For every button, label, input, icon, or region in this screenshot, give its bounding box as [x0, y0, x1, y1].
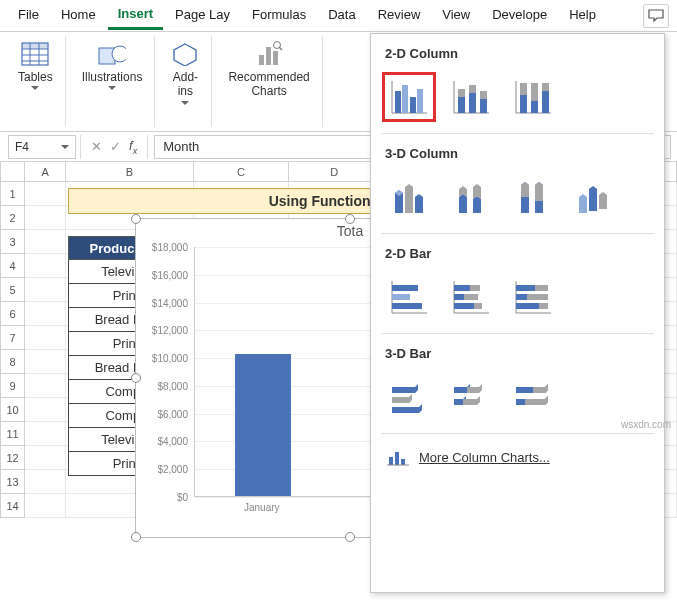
tab-file[interactable]: File	[8, 3, 49, 28]
tab-help[interactable]: Help	[559, 3, 606, 28]
svg-rect-88	[527, 294, 548, 300]
3d-column-option[interactable]	[573, 177, 617, 217]
clustered-column-option[interactable]	[387, 77, 431, 117]
resize-handle[interactable]	[131, 532, 141, 542]
row-header[interactable]: 2	[0, 206, 25, 230]
illustrations-button[interactable]: Illustrations	[78, 38, 147, 92]
column-chart-icon	[387, 448, 409, 466]
resize-handle[interactable]	[131, 214, 141, 224]
cell[interactable]	[25, 494, 66, 518]
tab-data[interactable]: Data	[318, 3, 365, 28]
cell[interactable]	[25, 230, 66, 254]
cell[interactable]	[25, 350, 66, 374]
recommended-charts-button[interactable]: Recommended Charts	[224, 38, 313, 101]
cell[interactable]	[25, 470, 66, 494]
tab-insert[interactable]: Insert	[108, 2, 163, 30]
cell[interactable]	[25, 302, 66, 326]
cell[interactable]	[25, 182, 66, 206]
clustered-column-icon	[389, 79, 429, 115]
enter-formula-icon[interactable]: ✓	[110, 139, 121, 154]
comments-button[interactable]	[643, 4, 669, 28]
recommended-charts-label: Recommended Charts	[228, 70, 309, 99]
tables-button[interactable]: Tables	[14, 38, 57, 92]
stacked100-column-icon	[513, 79, 553, 115]
y-tick: $14,000	[152, 297, 188, 308]
cell[interactable]	[25, 206, 66, 230]
col-D[interactable]: D	[289, 162, 380, 182]
cell[interactable]	[25, 446, 66, 470]
svg-rect-46	[480, 91, 487, 99]
row-header[interactable]: 4	[0, 254, 25, 278]
tab-developer[interactable]: Develope	[482, 3, 557, 28]
svg-rect-102	[389, 457, 393, 465]
name-box[interactable]: F4	[8, 135, 76, 159]
3d-col-icon	[389, 179, 429, 215]
addins-label: Add- ins	[173, 70, 198, 99]
3d-clustered-bar-option[interactable]	[387, 377, 431, 417]
svg-rect-42	[458, 89, 465, 97]
row-header[interactable]: 9	[0, 374, 25, 398]
svg-rect-81	[454, 303, 474, 309]
chevron-down-icon	[108, 86, 116, 90]
ribbon-tabs: File Home Insert Page Lay Formulas Data …	[0, 0, 677, 32]
row-header[interactable]: 1	[0, 182, 25, 206]
3d-stacked-100-bar-option[interactable]	[511, 377, 555, 417]
tab-home[interactable]: Home	[51, 3, 106, 28]
select-all-corner[interactable]	[0, 162, 25, 182]
3d-clustered-column-option[interactable]	[387, 177, 431, 217]
row-header[interactable]: 11	[0, 422, 25, 446]
col-B[interactable]: B	[66, 162, 194, 182]
illustrations-label: Illustrations	[82, 70, 143, 84]
3d-stacked-column-option[interactable]	[449, 177, 493, 217]
tab-review[interactable]: Review	[368, 3, 431, 28]
svg-marker-92	[392, 394, 412, 403]
row-header[interactable]: 13	[0, 470, 25, 494]
tab-formulas[interactable]: Formulas	[242, 3, 316, 28]
svg-marker-93	[392, 404, 422, 413]
3d-stacked-100-column-option[interactable]	[511, 177, 555, 217]
stacked-bar-option[interactable]	[449, 277, 493, 317]
fx-icon[interactable]: fx	[129, 138, 137, 156]
row-header[interactable]: 5	[0, 278, 25, 302]
stacked-column-option[interactable]	[449, 77, 493, 117]
svg-marker-64	[521, 182, 529, 197]
row-header[interactable]: 14	[0, 494, 25, 518]
stacked-100-bar-option[interactable]	[511, 277, 555, 317]
svg-rect-90	[539, 303, 548, 309]
row-header[interactable]: 3	[0, 230, 25, 254]
svg-rect-79	[454, 294, 464, 300]
row-header[interactable]: 10	[0, 398, 25, 422]
svg-rect-74	[392, 303, 422, 309]
row-header[interactable]: 8	[0, 350, 25, 374]
cancel-formula-icon[interactable]: ✕	[91, 139, 102, 154]
y-tick: $6,000	[157, 408, 188, 419]
y-tick: $4,000	[157, 436, 188, 447]
3d-stacked-bar-option[interactable]	[449, 377, 493, 417]
stacked-100-column-option[interactable]	[511, 77, 555, 117]
svg-rect-80	[464, 294, 478, 300]
chevron-down-icon	[181, 101, 189, 105]
clustered-bar-option[interactable]	[387, 277, 431, 317]
cell[interactable]	[25, 254, 66, 278]
row-header[interactable]: 12	[0, 446, 25, 470]
cell[interactable]	[25, 398, 66, 422]
resize-handle[interactable]	[345, 214, 355, 224]
more-column-charts-button[interactable]: More Column Charts...	[385, 440, 652, 474]
cell[interactable]	[25, 278, 66, 302]
addins-button[interactable]: Add- ins	[167, 38, 203, 107]
resize-handle[interactable]	[345, 532, 355, 542]
shapes-icon	[98, 40, 126, 68]
row-header[interactable]: 6	[0, 302, 25, 326]
chart-bar[interactable]	[235, 354, 291, 496]
row-header[interactable]: 7	[0, 326, 25, 350]
tab-page-layout[interactable]: Page Lay	[165, 3, 240, 28]
col-C[interactable]: C	[194, 162, 289, 182]
tab-view[interactable]: View	[432, 3, 480, 28]
col-A[interactable]: A	[25, 162, 66, 182]
cell[interactable]	[25, 374, 66, 398]
cell[interactable]	[25, 422, 66, 446]
chart-x-tick: January	[244, 502, 280, 513]
resize-handle[interactable]	[131, 373, 141, 383]
cell[interactable]	[25, 326, 66, 350]
svg-rect-35	[395, 91, 401, 113]
